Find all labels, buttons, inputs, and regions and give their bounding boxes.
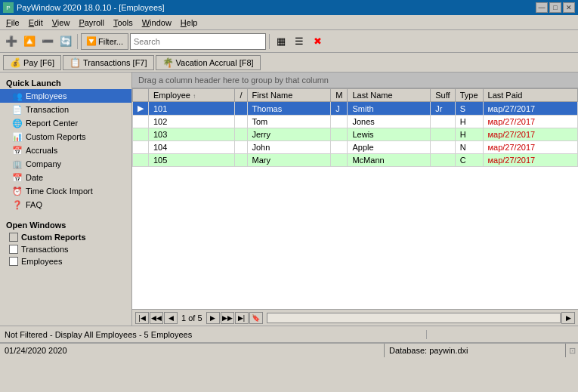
open-item-transactions[interactable]: Transactions [0,243,131,255]
first-page-button[interactable]: |◀ [135,312,149,324]
drag-column-header: Drag a column header here to group by th… [132,73,578,88]
sidebar-item-accruals[interactable]: 📅 Accruals [0,144,131,157]
row-indicator [133,116,149,128]
resize-grip-icon: ⊡ [566,344,578,357]
transactions-tab[interactable]: 📋 Transactions [F7] [63,55,154,70]
next-page-button[interactable]: ▶▶ [221,312,234,324]
cell-last-paid: мар/27/2017 [483,116,577,128]
pay-tab-label: Pay [F6] [23,58,54,67]
bottom-database: Database: paywin.dxi [385,344,566,357]
accruals-icon: 📅 [12,145,23,156]
menu-file[interactable]: File [2,17,24,29]
checkbox-employees [9,257,18,266]
table-row[interactable]: 103 Jerry Lewis H мар/27/2017 [133,128,578,141]
cell-slash [235,141,247,154]
menu-bar: File Edit View Payroll Tools Window Help [0,15,578,30]
cell-suff [431,128,455,141]
horizontal-scrollbar[interactable] [267,313,561,323]
window-controls: — □ ✕ [536,2,575,13]
table-wrapper[interactable]: Employee ↑ / First Name M Last Name Suff… [132,88,578,309]
menu-view[interactable]: View [48,17,75,29]
scroll-right-button[interactable]: ▶ [561,312,575,324]
remove-button[interactable]: ➖ [39,33,56,50]
sidebar-item-faq[interactable]: ❓ FAQ [0,198,131,211]
sidebar-item-transaction[interactable]: 📄 Transaction [0,103,131,116]
sidebar-custom-reports-label: Custom Reports [26,132,85,141]
col-last-name[interactable]: Last Name [348,89,431,102]
col-type[interactable]: Type [455,89,483,102]
maximize-button[interactable]: □ [549,2,561,13]
sidebar-item-report-center[interactable]: 🌐 Report Center [0,116,131,130]
col-last-paid[interactable]: Last Paid [483,89,577,102]
company-icon: 🏢 [12,159,23,169]
cell-last-name: Apple [348,141,431,154]
refresh-button[interactable]: 🔄 [57,33,74,50]
open-item-employees[interactable]: Employees [0,255,131,267]
menu-tools[interactable]: Tools [109,17,138,29]
cell-employee: 103 [149,128,235,141]
row-indicator: ▶ [133,102,149,116]
grid-view-button[interactable]: ▦ [273,33,289,50]
table-row[interactable]: 105 Mary McMann C мар/27/2017 [133,154,578,167]
separator-1 [77,34,78,49]
close-button[interactable]: ✕ [563,2,575,13]
open-employees-label: Employees [21,257,62,266]
sidebar-accruals-label: Accruals [26,146,57,155]
cell-m [331,116,348,128]
cell-employee: 101 [149,102,235,116]
cell-slash [235,102,247,116]
transaction-icon: 📄 [12,104,23,115]
cell-last-name: Jones [348,116,431,128]
sidebar-item-date[interactable]: 📅 Date [0,171,131,184]
bottom-date: 01/24/2020 2020 [0,344,385,357]
col-indicator[interactable] [133,89,149,102]
sidebar-item-time-clock[interactable]: ⏰ Time Clock Import [0,184,131,198]
col-suff[interactable]: Suff [431,89,455,102]
col-slash[interactable]: / [235,89,247,102]
bookmark-button[interactable]: 🔖 [249,312,263,324]
open-custom-reports-label: Custom Reports [21,233,86,242]
search-input[interactable] [130,33,266,50]
next-button[interactable]: ▶ [206,312,220,324]
sidebar-item-custom-reports[interactable]: 📊 Custom Reports [0,130,131,144]
cell-slash [235,154,247,167]
sidebar-company-label: Company [26,159,61,168]
secondary-toolbar: 💰 Pay [F6] 📋 Transactions [F7] 🌴 Vacatio… [0,53,578,73]
time-clock-icon: ⏰ [12,186,23,196]
delete-button[interactable]: ✖ [309,33,326,50]
pay-tab[interactable]: 💰 Pay [F6] [3,55,61,70]
checkbox-custom-reports [9,233,18,242]
row-indicator [133,141,149,154]
cell-employee: 105 [149,154,235,167]
filter-button[interactable]: 🔽 Filter... [81,33,128,50]
open-item-custom-reports[interactable]: Custom Reports [0,231,131,243]
cell-suff: Jr [431,102,455,116]
list-view-button[interactable]: ☰ [291,33,308,50]
minimize-button[interactable]: — [536,2,548,13]
col-first-name[interactable]: First Name [247,89,331,102]
table-row[interactable]: 102 Tom Jones H мар/27/2017 [133,116,578,128]
table-row[interactable]: ▶ 101 Thomas J Smith Jr S мар/27/2017 [133,102,578,116]
quick-launch-title: Quick Launch [0,76,131,89]
prev-button[interactable]: ◀ [164,312,178,324]
vacation-tab[interactable]: 🌴 Vacation Accrual [F8] [156,55,261,70]
sidebar-faq-label: FAQ [26,200,42,209]
bottom-status-bar: 01/24/2020 2020 Database: paywin.dxi ⊡ [0,342,578,357]
cell-slash [235,116,247,128]
sidebar-item-company[interactable]: 🏢 Company [0,157,131,171]
col-employee[interactable]: Employee ↑ [149,89,235,102]
menu-payroll[interactable]: Payroll [74,17,109,29]
menu-window[interactable]: Window [138,17,176,29]
col-m[interactable]: M [331,89,348,102]
last-page-button[interactable]: ▶| [235,312,249,324]
sidebar-item-employees[interactable]: 👥 Employees [0,89,131,103]
cell-last-name: Smith [348,102,431,116]
prev-page-button[interactable]: ◀◀ [150,312,163,324]
vacation-tab-label: Vacation Accrual [F8] [176,58,254,67]
menu-edit[interactable]: Edit [24,17,48,29]
add-button[interactable]: ➕ [3,33,20,50]
table-row[interactable]: 104 John Apple N мар/27/2017 [133,141,578,154]
menu-help[interactable]: Help [176,17,202,29]
up-button[interactable]: 🔼 [21,33,38,50]
title-text: PayWindow 2020 18.0.10 - [Employees] [17,3,165,12]
